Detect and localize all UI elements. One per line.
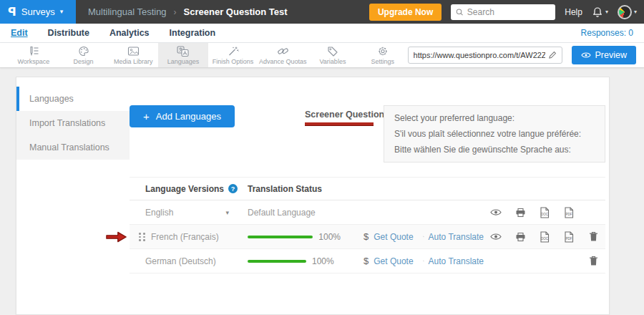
translation-progress-percent: 100% <box>318 232 341 242</box>
tool-design[interactable]: Design <box>59 43 109 67</box>
notifications-button[interactable]: ▾ <box>592 6 608 18</box>
spacer <box>484 256 508 266</box>
image-icon <box>127 46 140 57</box>
get-quote-link[interactable]: Get Quote <box>374 232 413 242</box>
tool-advance-quotas[interactable]: Advance Quotas <box>258 43 308 67</box>
global-search[interactable] <box>451 4 555 20</box>
survey-url-input[interactable] <box>414 51 545 59</box>
plus-icon: + <box>143 111 150 122</box>
drag-handle[interactable] <box>139 233 145 241</box>
palette-icon <box>78 46 89 57</box>
responses-count[interactable]: Responses: 0 <box>581 28 633 38</box>
gear-icon <box>377 46 389 57</box>
view-eye-icon[interactable] <box>484 207 508 218</box>
languages-card: Languages Import Translations Manual Tra… <box>16 77 610 315</box>
product-switcher[interactable]: P Surveys ▾ <box>0 0 76 24</box>
upgrade-now-button[interactable]: Upgrade Now <box>369 4 441 21</box>
language-name: German (Deutsch) <box>145 256 216 266</box>
search-input[interactable] <box>467 7 550 17</box>
col-translation-status: Translation Status <box>248 184 322 194</box>
sidebar-item-manual-translations[interactable]: Manual Translations <box>16 135 130 160</box>
tool-variables[interactable]: Variables <box>308 43 358 67</box>
print-icon[interactable] <box>508 231 532 243</box>
screener-question-preview: Select your preferred language: S'il vou… <box>384 105 605 163</box>
svg-text:DOC: DOC <box>541 212 549 215</box>
sidebar-item-languages[interactable]: Languages <box>16 87 130 111</box>
chevron-down-icon[interactable]: ▾ <box>225 209 229 216</box>
spacer <box>557 256 581 266</box>
eye-icon <box>581 52 591 59</box>
tool-label: Settings <box>371 58 394 65</box>
workspace-icon <box>28 46 39 57</box>
dollar-icon: $ <box>364 256 369 266</box>
get-quote-link[interactable]: Get Quote <box>374 256 413 266</box>
auto-translate-icon <box>423 232 424 241</box>
tool-finish-options[interactable]: Finish Options <box>208 43 258 67</box>
export-doc-icon[interactable]: DOC <box>532 207 557 218</box>
account-menu[interactable]: ▾ <box>618 5 637 19</box>
survey-url-box[interactable] <box>408 47 562 64</box>
search-icon <box>456 8 464 16</box>
tool-workspace[interactable]: Workspace <box>9 43 59 67</box>
preview-label: Preview <box>595 50 627 60</box>
tab-analytics[interactable]: Analytics <box>109 28 150 38</box>
col-language-versions: Language Versions <box>145 184 224 194</box>
edit-pencil-icon[interactable] <box>548 51 557 59</box>
page-body: Languages Import Translations Manual Tra… <box>0 68 644 315</box>
tool-media-library[interactable]: Media Library <box>108 43 158 67</box>
spacer <box>532 256 557 266</box>
svg-text:PDF: PDF <box>565 212 572 215</box>
survey-url-area: Preview <box>408 43 644 67</box>
magic-wand-icon <box>228 46 239 57</box>
help-link[interactable]: Help <box>565 7 582 17</box>
add-languages-button[interactable]: + Add Languages <box>130 105 235 127</box>
delete-trash-icon[interactable] <box>581 231 605 243</box>
annotation-arrow <box>106 231 127 243</box>
table-row-english: English ▾ Default Language <box>130 200 605 225</box>
translation-progress-percent: 100% <box>312 256 334 266</box>
translation-progress-bar <box>248 236 313 238</box>
chain-link-icon <box>277 46 289 57</box>
survey-nav: Edit Distribute Analytics Integration Re… <box>0 24 644 43</box>
auto-translate-link[interactable]: Auto Translate <box>429 256 484 266</box>
chevron-down-icon: ▾ <box>634 9 637 15</box>
export-pdf-icon[interactable]: PDF <box>557 207 581 218</box>
export-doc-icon[interactable]: DOC <box>532 231 557 243</box>
screener-line-german: Bitte wählen Sie die gewünschte Sprache … <box>394 145 595 155</box>
tool-languages[interactable]: Languages <box>158 43 208 67</box>
dollar-icon: $ <box>364 231 369 242</box>
view-eye-icon[interactable] <box>484 231 508 243</box>
tool-label: Design <box>74 58 94 65</box>
breadcrumb: Multilingual Testing › Screener Question… <box>88 6 288 17</box>
chevron-down-icon: ▾ <box>605 9 608 15</box>
edit-toolbar: Workspace Design Media Library <box>0 43 644 68</box>
tab-integration[interactable]: Integration <box>170 28 216 38</box>
questionpro-logo-icon: P <box>8 5 16 19</box>
screener-question-annotation: Screener Question : <box>305 110 384 126</box>
tab-edit[interactable]: Edit <box>11 28 28 38</box>
tab-distribute[interactable]: Distribute <box>48 28 89 38</box>
tool-settings[interactable]: Settings <box>358 43 408 67</box>
auto-translate-link[interactable]: Auto Translate <box>429 232 484 242</box>
print-icon[interactable] <box>508 207 532 218</box>
svg-text:DOC: DOC <box>541 236 549 240</box>
chevron-down-icon: ▾ <box>60 9 64 15</box>
tool-label: Workspace <box>17 58 49 65</box>
export-pdf-icon[interactable]: PDF <box>557 231 581 243</box>
breadcrumb-folder[interactable]: Multilingual Testing <box>88 6 167 17</box>
help-question-icon[interactable]: ? <box>228 184 238 193</box>
default-language-label: Default Language <box>248 208 316 218</box>
bell-icon <box>592 6 603 18</box>
preview-button[interactable]: Preview <box>572 46 636 64</box>
tool-label: Languages <box>167 58 200 65</box>
delete-trash-icon[interactable] <box>581 256 605 266</box>
language-name: French (Français) <box>151 232 219 242</box>
top-row: + Add Languages Screener Question : Sele… <box>130 105 609 163</box>
add-languages-label: Add Languages <box>156 111 221 122</box>
breadcrumb-survey-title: Screener Question Test <box>184 6 288 17</box>
product-label: Surveys <box>21 6 55 17</box>
sidebar-item-import-translations[interactable]: Import Translations <box>16 111 130 135</box>
spacer <box>508 256 532 266</box>
header-actions: Upgrade Now Help ▾ ▾ <box>369 4 644 21</box>
screener-line-english: Select your preferred language: <box>394 113 595 123</box>
